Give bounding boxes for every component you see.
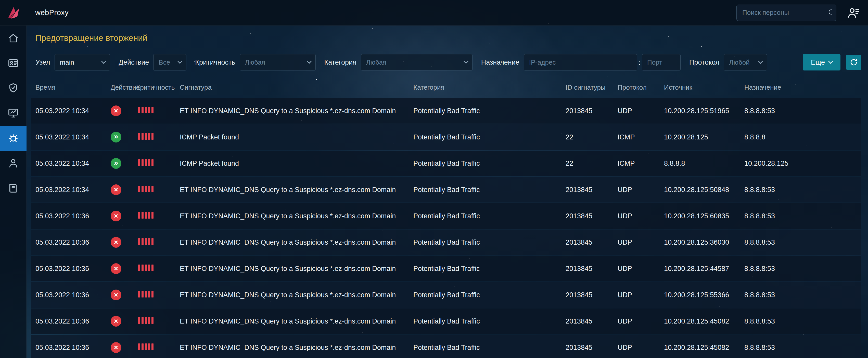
cell-signature: ET INFO DYNAMIC_DNS Query to a Suspiciou… [180,107,413,115]
table-row[interactable]: 05.03.2022 10:36 × ET INFO DYNAMIC_DNS Q… [31,203,861,229]
table-row[interactable]: 05.03.2022 10:36 × ET INFO DYNAMIC_DNS Q… [31,282,861,308]
person-icon [7,157,19,170]
cell-time: 05.03.2022 10:34 [35,107,111,115]
cell-protocol: UDP [618,265,664,273]
cell-signature-id: 2013845 [565,291,618,299]
protocol-select-value: Любой [729,58,749,66]
column-header-category: Категория [413,83,565,91]
cell-signature: ET INFO DYNAMIC_DNS Query to a Suspiciou… [180,344,413,352]
severity-indicator [136,317,154,324]
action-allowed-icon: » [111,158,121,169]
cell-destination: 8.8.8.8:53 [744,107,859,115]
sidebar-item-protection[interactable] [0,76,27,101]
severity-indicator [136,265,154,271]
table-row[interactable]: 05.03.2022 10:36 × ET INFO DYNAMIC_DNS Q… [31,256,861,281]
sidebar-item-intrusion-prevention[interactable] [0,126,27,151]
page-title: Предотвращение вторжений [35,33,861,43]
destination-label: Назначение [481,58,520,66]
ip-port-separator: : [639,58,641,67]
cell-category: Potentially Bad Traffic [413,107,565,115]
filter-action: Действие Все [119,54,187,71]
main-content: Предотвращение вторжений Узел main Дейст… [27,26,868,358]
topbar: webProxy [0,0,868,26]
cell-protocol: UDP [618,212,664,220]
sidebar-item-id-card[interactable] [0,51,27,76]
cell-protocol: UDP [618,107,664,115]
category-select[interactable]: Любая [361,54,472,71]
cell-time: 05.03.2022 10:36 [35,344,111,352]
table-row[interactable]: 05.03.2022 10:34 × ET INFO DYNAMIC_DNS Q… [31,98,861,123]
destination-port-input[interactable] [642,54,681,71]
cell-signature-id: 22 [565,160,618,167]
cell-protocol: UDP [618,186,664,194]
cell-signature-id: 2013845 [565,265,618,273]
cell-category: Potentially Bad Traffic [413,212,565,220]
cell-signature: ICMP Packet found [180,160,413,167]
cell-category: Potentially Bad Traffic [413,344,565,352]
cell-severity [136,212,180,220]
sidebar [0,26,27,358]
severity-label: Критичность [195,58,235,66]
cell-severity [136,107,180,115]
sidebar-item-persons[interactable] [0,151,27,176]
cell-time: 05.03.2022 10:36 [35,265,111,273]
home-icon [7,32,19,45]
more-filters-button[interactable]: Еще [803,54,840,71]
severity-indicator [136,133,154,140]
cell-signature-id: 2013845 [565,239,618,246]
monitor-chart-icon [7,107,19,120]
cell-time: 05.03.2022 10:36 [35,239,111,246]
node-select[interactable]: main [55,54,110,71]
sidebar-item-home[interactable] [0,26,27,51]
cell-signature: ET INFO DYNAMIC_DNS Query to a Suspiciou… [180,291,413,299]
bug-icon [7,132,19,145]
node-select-value: main [60,58,74,66]
cell-protocol: UDP [618,318,664,325]
sidebar-item-monitoring[interactable] [0,101,27,126]
table-row[interactable]: 05.03.2022 10:36 × ET INFO DYNAMIC_DNS Q… [31,335,861,358]
category-select-value: Любая [366,58,386,66]
cell-category: Potentially Bad Traffic [413,318,565,325]
cell-signature: ET INFO DYNAMIC_DNS Query to a Suspiciou… [180,212,413,220]
protocol-select[interactable]: Любой [724,54,767,71]
sidebar-item-journal[interactable] [0,176,27,201]
table-row[interactable]: 05.03.2022 10:36 × ET INFO DYNAMIC_DNS Q… [31,229,861,255]
refresh-icon [849,58,858,67]
severity-indicator [136,186,154,192]
severity-select[interactable]: Любая [240,54,316,71]
action-blocked-icon: × [111,106,121,116]
table-row[interactable]: 05.03.2022 10:34 × ET INFO DYNAMIC_DNS Q… [31,177,861,202]
severity-indicator [136,343,154,350]
cell-destination: 8.8.8.8 [744,133,859,141]
search-icon[interactable] [828,8,832,17]
chevron-down-icon [464,59,468,63]
cell-protocol: UDP [618,291,664,299]
refresh-button[interactable] [846,55,861,70]
search-input[interactable] [742,9,828,17]
filter-actions: Еще [803,54,861,71]
severity-indicator [136,107,154,113]
cell-source: 10.200.28.125 [664,133,744,141]
category-label: Категория [324,58,356,66]
filter-severity: Критичность Любая [195,54,315,71]
cell-severity [136,186,180,194]
table-row[interactable]: 05.03.2022 10:34 » ICMP Packet found Pot… [31,125,861,150]
cell-time: 05.03.2022 10:36 [35,212,111,220]
user-menu-button[interactable] [847,6,860,20]
table-row[interactable]: 05.03.2022 10:34 » ICMP Packet found Pot… [31,150,861,176]
cell-source: 10.200.28.125:36030 [664,239,744,246]
action-select[interactable]: Все [153,54,186,71]
cell-signature-id: 2013845 [565,186,618,194]
cell-signature: ICMP Packet found [180,133,413,141]
destination-ip-input[interactable] [524,54,637,71]
cell-protocol: UDP [618,239,664,246]
cell-destination: 10.200.28.125 [744,160,859,167]
table-row[interactable]: 05.03.2022 10:36 × ET INFO DYNAMIC_DNS Q… [31,308,861,334]
cell-source: 10.200.28.125:55366 [664,291,744,299]
node-label: Узел [35,58,50,66]
cell-severity [136,238,180,247]
column-header-signature-id: ID сигнатуры [565,83,618,91]
cell-signature-id: 2013845 [565,318,618,325]
column-header-severity: Критичность [136,83,180,91]
chevron-down-icon [101,59,106,63]
